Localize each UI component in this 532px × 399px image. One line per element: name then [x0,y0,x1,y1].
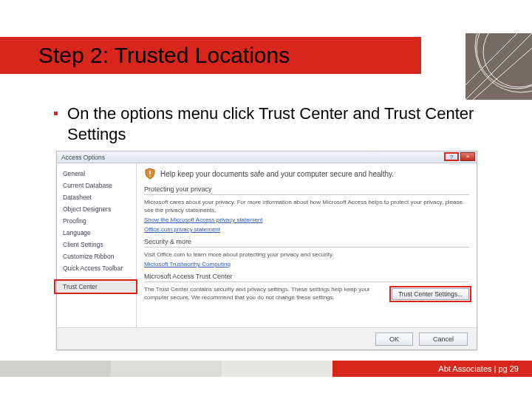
sidebar-divider [61,277,132,278]
close-button[interactable]: × [460,152,475,161]
slide: Step 2: Trusted Locations ▪ On the optio… [0,0,532,399]
slide-title: Step 2: Trusted Locations [38,43,290,68]
slide-header: Step 2: Trusted Locations [0,37,421,74]
trust-center-settings-button[interactable]: Trust Center Settings... [392,288,469,300]
sidebar-item-datasheet[interactable]: Datasheet [57,191,136,203]
privacy-body: Microsoft cares about your privacy. For … [144,198,469,214]
privacy-link-2[interactable]: Office.com privacy statement [144,225,469,233]
segment-b [111,361,222,377]
bullet: ▪ On the options menu click Trust Center… [53,103,488,145]
segment-c [222,361,332,377]
banner-text: Help keep your documents safe and your c… [160,170,394,178]
segment-a [0,361,111,377]
sidebar-item-general[interactable]: General [57,168,136,180]
dialog-sidebar: General Current Database Datasheet Objec… [57,163,137,329]
sidebar-item-language[interactable]: Language [57,227,136,239]
ok-button[interactable]: OK [375,332,413,346]
trust-center-button-wrap: Trust Center Settings... [392,288,469,300]
sidebar-item-customize-ribbon[interactable]: Customize Ribbon [57,250,136,262]
dialog-footer: OK Cancel [57,327,477,349]
dialog-titlebar: Access Options ? × [57,151,477,163]
dialog-main: Help keep your documents safe and your c… [137,163,477,329]
sidebar-item-trust-center[interactable]: Trust Center [57,281,136,293]
access-options-dialog: Access Options ? × General Current Datab… [56,151,477,350]
help-button[interactable]: ? [444,152,459,161]
bullet-text: On the options menu click Trust Center a… [67,103,488,145]
sidebar-item-current-database[interactable]: Current Database [57,180,136,191]
svg-line-5 [466,33,517,85]
banner-row: Help keep your documents safe and your c… [144,168,469,180]
sidebar-item-quick-access[interactable]: Quick Access Toolbar [57,262,136,274]
sidebar-item-trust-center-label: Trust Center [63,283,98,290]
trust-center-row: The Trust Center contains security and p… [144,285,469,301]
cancel-button[interactable]: Cancel [419,332,468,346]
window-buttons: ? × [444,152,475,161]
security-body: Visit Office.com to learn more about pro… [144,250,469,259]
segment-d: Abt Associates | pg 29 [332,361,532,377]
security-link[interactable]: Microsoft Trustworthy Computing [144,260,469,268]
trust-center-body: The Trust Center contains security and p… [144,285,386,301]
footer-text: Abt Associates | pg 29 [438,364,519,373]
section-title-security: Security & more [144,238,469,248]
section-title-privacy: Protecting your privacy [144,185,469,195]
dialog-title: Access Options [61,154,105,161]
bottom-bar: Abt Associates | pg 29 [0,361,532,377]
dialog-body: General Current Database Datasheet Objec… [57,163,477,329]
sidebar-item-object-designers[interactable]: Object Designers [57,203,136,215]
section-title-trust-center: Microsoft Access Trust Center [144,273,469,282]
bullet-marker-icon: ▪ [53,103,58,123]
sidebar-item-proofing[interactable]: Proofing [57,215,136,227]
logo [466,33,532,100]
sidebar-item-client-settings[interactable]: Client Settings [57,239,136,250]
shield-icon [144,168,156,180]
privacy-link-1[interactable]: Show the Microsoft Access privacy statem… [144,216,469,224]
